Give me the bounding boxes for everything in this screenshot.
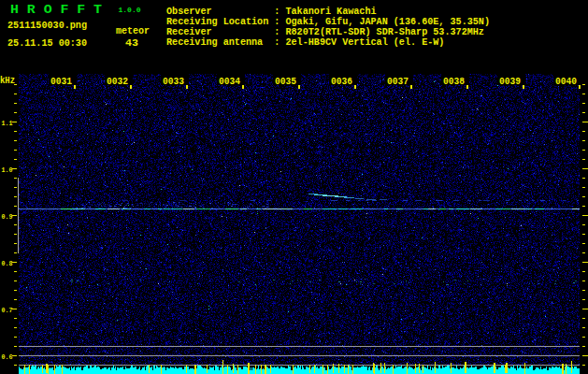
- svg-text:0.7: 0.7: [2, 307, 13, 314]
- svg-text:1.1: 1.1: [2, 120, 13, 127]
- svg-text:Observer : Takanori: Observer : Takanori Kawachi: [166, 7, 377, 17]
- svg-text:0040: 0040: [555, 77, 577, 87]
- svg-text:25.11.15 00:30: 25.11.15 00:30: [7, 38, 87, 49]
- svg-text:2511150030.png: 2511150030.png: [7, 21, 87, 31]
- svg-text:Receiving Location : Ogaki, Gi: Receiving Location : Ogaki, Gifu, JAPAN …: [166, 17, 490, 27]
- svg-text:0.9: 0.9: [2, 213, 13, 221]
- svg-text:meteor: meteor: [116, 26, 150, 36]
- svg-text:H R O F F T: H R O F F T: [10, 3, 102, 17]
- svg-text:0038: 0038: [443, 77, 465, 87]
- svg-text:0034: 0034: [219, 77, 240, 87]
- svg-text:0033: 0033: [163, 77, 184, 87]
- svg-text:Receiving antenna : 2el-HB9CV: Receiving antenna : 2el-HB9CV Vertical (…: [166, 37, 444, 48]
- svg-text:1.0.0: 1.0.0: [119, 6, 141, 14]
- svg-text:0031: 0031: [50, 77, 72, 87]
- svg-text:Receiver : R820T2(RT: Receiver : R820T2(RTL-SDR) SDR-Sharp 53.…: [166, 27, 484, 37]
- svg-text:1.0: 1.0: [2, 166, 13, 174]
- svg-text:0037: 0037: [387, 77, 409, 87]
- svg-text:0036: 0036: [331, 77, 352, 87]
- svg-text:0.6: 0.6: [2, 353, 13, 361]
- svg-text:0039: 0039: [499, 77, 521, 87]
- svg-text:kHz: kHz: [0, 76, 15, 86]
- svg-text:0.8: 0.8: [2, 260, 13, 267]
- svg-text:43: 43: [125, 38, 138, 49]
- svg-text:0032: 0032: [107, 77, 128, 87]
- svg-text:0035: 0035: [275, 77, 296, 87]
